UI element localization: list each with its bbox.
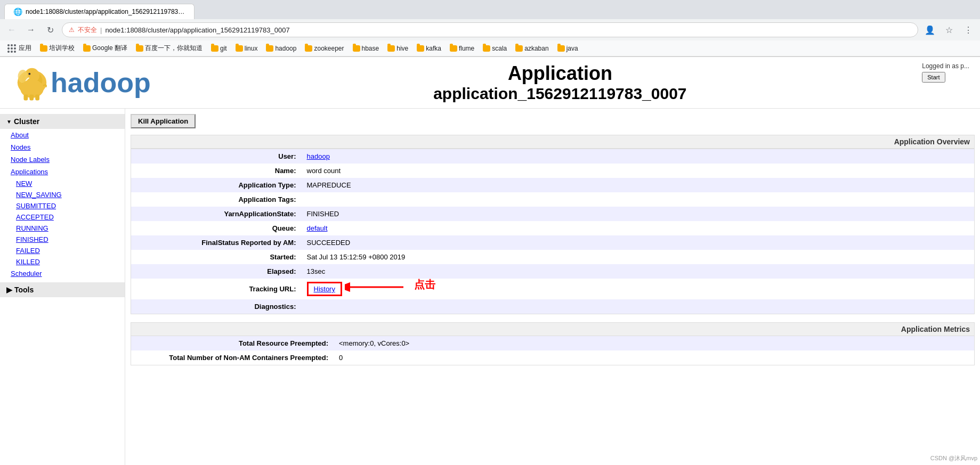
queue-link[interactable]: default bbox=[307, 224, 328, 232]
sidebar-item-finished[interactable]: FINISHED bbox=[0, 234, 125, 245]
cluster-header[interactable]: ▼ Cluster bbox=[0, 114, 125, 129]
bookmark-hive[interactable]: hive bbox=[384, 44, 411, 53]
folder-icon bbox=[136, 45, 143, 52]
click-annotation: 点击 bbox=[414, 278, 435, 292]
back-button[interactable]: ← bbox=[4, 22, 19, 37]
sidebar-item-nodes[interactable]: Nodes bbox=[0, 141, 125, 153]
yarn-state-label: YarnApplicationState: bbox=[131, 207, 302, 221]
browser-toolbar: ← → ↻ ⚠ 不安全 | node1:18088/cluster/app/ap… bbox=[0, 19, 980, 40]
bookmark-apps[interactable]: 应用 bbox=[4, 43, 35, 54]
bookmark-linux[interactable]: linux bbox=[232, 44, 261, 53]
sidebar-item-failed[interactable]: FAILED bbox=[0, 245, 125, 256]
cluster-section: ▼ Cluster About Nodes Node Labels Applic… bbox=[0, 114, 125, 280]
tab-title: node1:18088/cluster/app/application_1562… bbox=[26, 8, 185, 15]
page-title-line2: application_1562912119783_0007 bbox=[151, 85, 969, 103]
active-tab[interactable]: 🌐 node1:18088/cluster/app/application_15… bbox=[4, 4, 195, 19]
user-label: User: bbox=[131, 149, 302, 164]
metrics-table: Total Resource Preempted: <memory:0, vCo… bbox=[131, 336, 974, 365]
folder-icon bbox=[387, 45, 395, 52]
started-value: Sat Jul 13 15:12:59 +0800 2019 bbox=[302, 250, 975, 264]
folder-icon bbox=[450, 45, 457, 52]
page-wrapper: hadoop Application application_156291211… bbox=[0, 57, 980, 465]
table-row: Application Tags: bbox=[131, 192, 975, 207]
cluster-arrow-icon: ▼ bbox=[6, 119, 12, 125]
sidebar-item-submitted[interactable]: SUBMITTED bbox=[0, 200, 125, 211]
bookmark-azkaban[interactable]: azkaban bbox=[512, 44, 552, 53]
app-tags-value bbox=[302, 192, 975, 207]
kill-application-button[interactable]: Kill Application bbox=[131, 114, 196, 128]
bookmark-baidu[interactable]: 百度一下，你就知道 bbox=[133, 43, 206, 54]
final-status-value: SUCCEEDED bbox=[302, 235, 975, 250]
tracking-url-highlight: History bbox=[307, 282, 342, 296]
bookmark-scala[interactable]: scala bbox=[480, 44, 510, 53]
tracking-url-link[interactable]: History bbox=[314, 285, 335, 293]
non-am-containers-value: 0 bbox=[334, 350, 974, 365]
browser-tabs: 🌐 node1:18088/cluster/app/application_15… bbox=[0, 0, 980, 19]
bookmark-java[interactable]: java bbox=[554, 44, 581, 53]
bookmark-kafka[interactable]: kafka bbox=[414, 44, 444, 53]
bookmark-flume[interactable]: flume bbox=[447, 44, 477, 53]
app-type-label: Application Type: bbox=[131, 178, 302, 192]
tools-header[interactable]: ▶ Tools bbox=[0, 282, 125, 297]
bookmark-hadoop[interactable]: hadoop bbox=[263, 44, 299, 53]
yarn-state-value: FINISHED bbox=[302, 207, 975, 221]
profile-button[interactable]: 👤 bbox=[922, 22, 937, 37]
sidebar-item-new-saving[interactable]: NEW_SAVING bbox=[0, 189, 125, 200]
svg-rect-7 bbox=[29, 95, 34, 101]
started-label: Started: bbox=[131, 250, 302, 264]
menu-button[interactable]: ⋮ bbox=[961, 22, 976, 37]
table-row: Started: Sat Jul 13 15:12:59 +0800 2019 bbox=[131, 250, 975, 264]
browser-chrome: 🌐 node1:18088/cluster/app/application_15… bbox=[0, 0, 980, 57]
address-bar[interactable]: ⚠ 不安全 | node1:18088/cluster/app/applicat… bbox=[62, 22, 918, 37]
apps-icon bbox=[7, 44, 16, 53]
table-row: FinalStatus Reported by AM: SUCCEEDED bbox=[131, 235, 975, 250]
sidebar-item-killed[interactable]: KILLED bbox=[0, 256, 125, 267]
user-value: hadoop bbox=[302, 149, 975, 164]
tools-label: Tools bbox=[14, 285, 34, 294]
name-value: word count bbox=[302, 164, 975, 178]
star-button[interactable]: ☆ bbox=[942, 22, 957, 37]
bookmark-zookeeper[interactable]: zookeeper bbox=[302, 44, 347, 53]
url-display: node1:18088/cluster/app/application_1562… bbox=[105, 26, 289, 34]
user-link[interactable]: hadoop bbox=[307, 152, 330, 160]
sidebar-item-running[interactable]: RUNNING bbox=[0, 223, 125, 234]
total-resource-value: <memory:0, vCores:0> bbox=[334, 336, 974, 350]
url-separator: | bbox=[100, 26, 102, 34]
bookmark-peixun[interactable]: 培训学校 bbox=[37, 43, 78, 54]
tracking-url-row: Tracking URL: History bbox=[131, 279, 975, 299]
diagnostics-label: Diagnostics: bbox=[131, 299, 302, 314]
sidebar-item-about[interactable]: About bbox=[0, 129, 125, 141]
svg-rect-8 bbox=[35, 95, 39, 101]
page-header: hadoop Application application_156291211… bbox=[0, 57, 980, 109]
content-area: Kill Application Application Overview Us… bbox=[125, 109, 980, 465]
table-row: Elapsed: 13sec bbox=[131, 264, 975, 279]
folder-icon bbox=[211, 45, 218, 52]
svg-rect-6 bbox=[23, 95, 28, 101]
page-title-line1: Application bbox=[151, 62, 969, 85]
reload-button[interactable]: ↻ bbox=[43, 22, 58, 37]
final-status-label: FinalStatus Reported by AM: bbox=[131, 235, 302, 250]
sidebar-item-new[interactable]: NEW bbox=[0, 178, 125, 189]
sidebar-item-scheduler[interactable]: Scheduler bbox=[0, 267, 125, 280]
elapsed-label: Elapsed: bbox=[131, 264, 302, 279]
sidebar-item-applications[interactable]: Applications bbox=[0, 166, 125, 178]
forward-button[interactable]: → bbox=[23, 22, 38, 37]
apps-label: 应用 bbox=[19, 44, 31, 53]
sidebar-item-node-labels[interactable]: Node Labels bbox=[0, 153, 125, 166]
total-resource-label: Total Resource Preempted: bbox=[131, 336, 334, 350]
folder-icon bbox=[557, 45, 565, 52]
folder-icon bbox=[353, 45, 360, 52]
folder-icon bbox=[40, 45, 47, 52]
bookmark-git[interactable]: git bbox=[208, 44, 230, 53]
table-row: User: hadoop bbox=[131, 149, 975, 164]
bookmark-google[interactable]: Google 翻译 bbox=[80, 43, 131, 54]
folder-icon bbox=[236, 45, 243, 52]
csdn-watermark: CSDN @沐风mvp bbox=[930, 454, 977, 462]
bookmark-hbase[interactable]: hbase bbox=[350, 44, 383, 53]
sidebar-item-accepted[interactable]: ACCEPTED bbox=[0, 211, 125, 223]
overview-table: User: hadoop Name: word count Applicatio… bbox=[131, 149, 975, 314]
main-content: ▼ Cluster About Nodes Node Labels Applic… bbox=[0, 109, 980, 465]
start-button[interactable]: Start bbox=[922, 72, 945, 83]
name-label: Name: bbox=[131, 164, 302, 178]
cluster-label: Cluster bbox=[14, 117, 39, 126]
